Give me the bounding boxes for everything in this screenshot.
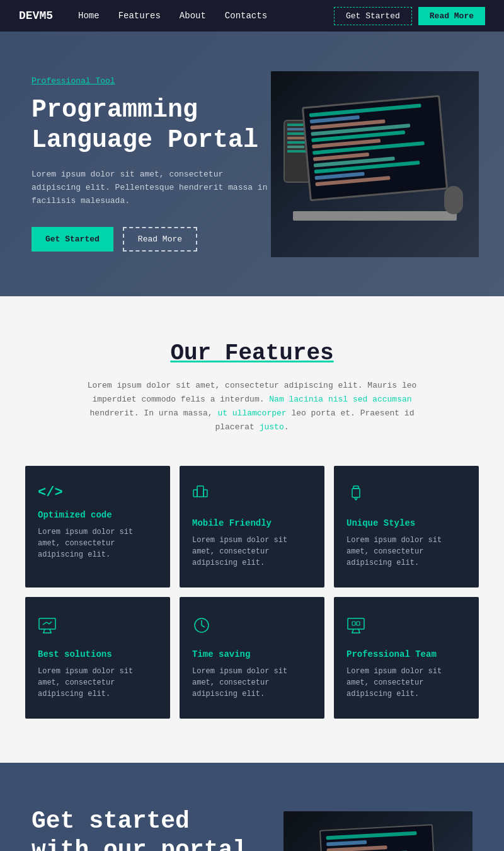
hero-get-started-button[interactable]: Get Started (32, 227, 113, 252)
svg-rect-1 (193, 490, 197, 497)
feature-title-code: Optimized code (38, 510, 158, 520)
features-title: Our Features (25, 340, 479, 366)
nav-links: Home Features About Contacts (78, 11, 334, 21)
svg-rect-4 (352, 489, 360, 497)
svg-line-7 (50, 629, 51, 633)
nav-home[interactable]: Home (78, 11, 100, 21)
features-section: Our Features Lorem ipsum dolor sit amet,… (0, 296, 504, 763)
laptop-illustration (280, 101, 469, 227)
feature-title-styles: Unique Styles (346, 518, 466, 528)
svg-line-17 (358, 629, 360, 633)
feature-card-team: Professional Team Lorem ipsum dolor sit … (334, 597, 479, 719)
features-description: Lorem ipsum dolor sit amet, consectetur … (76, 379, 428, 434)
code-icon: </> (38, 485, 158, 501)
hero-buttons: Get Started Read More (32, 227, 271, 252)
hero-description: Lorem ipsum dolor sit amet, consectetur … (32, 168, 271, 207)
hero-subtitle: Professional Tool (32, 76, 271, 86)
hero-read-more-button[interactable]: Read More (123, 227, 197, 252)
feature-card-mobile: Mobile Friendly Lorem ipsum dolor sit am… (180, 466, 324, 588)
svg-line-10 (47, 622, 49, 624)
svg-line-14 (202, 625, 205, 627)
cta-image-inner (284, 811, 472, 851)
feature-card-solutions: Best solutions Lorem ipsum dolor sit ame… (25, 597, 170, 719)
svg-line-9 (43, 622, 47, 625)
nav-read-more-button[interactable]: Read More (418, 7, 485, 25)
nav-about[interactable]: About (180, 11, 206, 21)
hero-section: Professional Tool ProgrammingLanguage Po… (0, 32, 504, 296)
clock-icon (192, 616, 312, 640)
brush-icon (346, 485, 466, 509)
cta-screen (319, 825, 437, 851)
feature-desc-mobile: Lorem ipsum dolor sit amet, consectetur … (192, 535, 312, 569)
cta-image (284, 811, 472, 851)
feature-card-code: </> Optimized code Lorem ipsum dolor sit… (25, 466, 170, 588)
monitor-icon (38, 616, 158, 640)
features-grid: </> Optimized code Lorem ipsum dolor sit… (25, 466, 479, 719)
feature-title-time: Time saving (192, 649, 312, 659)
nav-buttons: Get Started Read More (334, 7, 485, 25)
mouse-illustration (444, 186, 463, 214)
cta-section: Get startedwith our portal Lorem ipsum d… (0, 763, 504, 851)
laptop-screen (302, 95, 448, 202)
hero-image-inner (271, 71, 479, 257)
feature-desc-team: Lorem ipsum dolor sit amet, consectetur … (346, 666, 466, 700)
feature-card-styles: Unique Styles Lorem ipsum dolor sit amet… (334, 466, 479, 588)
feature-desc-code: Lorem ipsum dolor sit amet, consectetur … (38, 526, 158, 560)
laptop-base (293, 211, 457, 221)
cta-title: Get startedwith our portal (32, 807, 271, 851)
cta-text: Get startedwith our portal Lorem ipsum d… (32, 807, 271, 851)
hero-image (271, 71, 479, 257)
cta-laptop-illustration (302, 827, 454, 851)
nav-features[interactable]: Features (118, 11, 161, 21)
feature-desc-time: Lorem ipsum dolor sit amet, consectetur … (192, 666, 312, 700)
nav-logo: DEVM5 (19, 9, 53, 22)
feature-title-mobile: Mobile Friendly (192, 518, 312, 528)
svg-line-11 (49, 622, 52, 624)
svg-rect-0 (197, 486, 203, 497)
svg-rect-20 (357, 622, 360, 625)
svg-rect-5 (39, 618, 55, 629)
feature-desc-styles: Lorem ipsum dolor sit amet, consectetur … (346, 535, 466, 569)
svg-line-6 (43, 629, 45, 633)
svg-rect-2 (203, 490, 207, 497)
team-icon (346, 616, 466, 640)
feature-title-solutions: Best solutions (38, 649, 158, 659)
svg-rect-15 (348, 618, 364, 629)
mobile-icon (192, 485, 312, 509)
navbar: DEVM5 Home Features About Contacts Get S… (0, 0, 504, 32)
feature-title-team: Professional Team (346, 649, 466, 659)
feature-desc-solutions: Lorem ipsum dolor sit amet, consectetur … (38, 666, 158, 700)
svg-rect-19 (352, 622, 355, 625)
feature-card-time: Time saving Lorem ipsum dolor sit amet, … (180, 597, 324, 719)
nav-get-started-button[interactable]: Get Started (334, 7, 412, 25)
svg-line-16 (352, 629, 353, 633)
nav-contacts[interactable]: Contacts (225, 11, 267, 21)
hero-text: Professional Tool ProgrammingLanguage Po… (32, 76, 271, 251)
hero-title: ProgrammingLanguage Portal (32, 95, 271, 156)
